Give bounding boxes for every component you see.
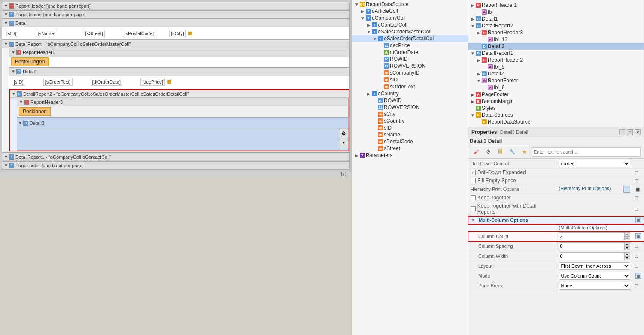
struct-lbl5[interactable]: ▶ A lbl_5 (468, 63, 644, 70)
h-scrollbar[interactable] (0, 330, 352, 335)
struct-lbl6[interactable]: ▶ A lbl_6 (468, 84, 644, 91)
prop-select-page-break[interactable]: None (559, 282, 630, 290)
prop-expand-hierarchy[interactable]: ... (623, 186, 630, 193)
column-spacing-input[interactable] (559, 242, 624, 250)
struct-d2[interactable]: ▶ D Detail2 (468, 70, 644, 77)
struct-datasources[interactable]: ▼ D Data Sources (468, 112, 644, 118)
prop-value-page-break[interactable]: None (556, 281, 633, 291)
page-footer-toggle[interactable]: ▼ P PageFooter [one band per page] (2, 162, 349, 169)
struct-rh1[interactable]: ▶ H ReportHeader1 (468, 2, 644, 9)
props-paint-btn[interactable]: 🖌 (471, 147, 481, 157)
props-close-btn[interactable]: ✕ (635, 129, 641, 135)
tree-node-sid1[interactable]: ▶ ab sID (352, 76, 468, 83)
detail3-toggle[interactable]: ▼ D Detail3 (17, 118, 348, 129)
tree-node-decprice[interactable]: ▶ 12 decPrice (352, 42, 468, 49)
checkbox-ktd[interactable] (471, 206, 476, 211)
tree-node-scompanyid[interactable]: ▶ ab sCompanyID (352, 69, 468, 76)
settings-btn[interactable]: ⚙ (339, 129, 348, 138)
struct-pf[interactable]: ▶ P PageFooter (468, 91, 644, 98)
props-star-btn[interactable]: ★ (519, 147, 529, 157)
tree-node-scountry[interactable]: ▶ ab sCountry (352, 118, 468, 124)
prop-value-column-count[interactable]: ▲ ▼ (556, 232, 633, 241)
prop-value-column-width[interactable]: ▲ ▼ (556, 251, 633, 261)
tree-node-oarticlecoll[interactable]: ▶ T oArticleColl (352, 8, 468, 15)
props-maximize-btn[interactable]: □ (627, 129, 633, 135)
tree-node-rowversion2[interactable]: ▶ 12 ROWVERSION (352, 104, 468, 111)
props-db-btn[interactable]: 🗄 (495, 147, 505, 157)
tree-node-ocontactcoll[interactable]: ▶ T oContactColl (352, 21, 468, 28)
struct-styles[interactable]: ▶ S Styles (468, 105, 644, 112)
prop-value-drilldown-control[interactable]: (none) (556, 159, 633, 169)
struct-reportdatasource[interactable]: ▶ R ReportDataSource (468, 118, 644, 125)
tree-node-ocountry[interactable]: ▶ T oCountry (352, 90, 468, 97)
tree-node-sstreet[interactable]: ▶ ab sStreet (352, 145, 468, 152)
struct-lbl[interactable]: ▶ A lbl_ (468, 9, 644, 15)
struct-d1[interactable]: ▶ D Detail1 (468, 15, 644, 22)
prop-select-drilldown[interactable]: (none) (559, 160, 630, 167)
column-count-input[interactable] (559, 232, 624, 240)
column-count-expand-btn[interactable]: ▦ (635, 233, 641, 239)
prop-btn-hierarchy[interactable]: ▦ (633, 185, 644, 194)
tree-node-osalesorderdetailcoll[interactable]: ▼ T oSalesOrderDetailColl (352, 35, 468, 42)
report-header1-toggle[interactable]: ▼ H ReportHeader1 (9, 48, 349, 56)
prop-value-hierarchy[interactable]: (Hierarchy Print Options) ... (556, 185, 633, 194)
tree-node-osalesordermastercoll[interactable]: ▼ T oSalesOrderMasterColl (352, 28, 468, 35)
tree-node-rowid2[interactable]: ▶ 10 ROWID (352, 97, 468, 104)
props-wrench-btn[interactable]: 🔧 (507, 147, 517, 157)
struct-dr2[interactable]: ▼ D DetailReport2 (468, 22, 644, 29)
tree-node-sordertext[interactable]: ▶ ab sOrderText (352, 83, 468, 90)
report-header3-toggle[interactable]: ▼ H ReportHeader3 (17, 98, 348, 106)
column-width-spin[interactable]: ▲ ▼ (559, 252, 630, 260)
struct-lbl13[interactable]: ▶ A lbl_13 (468, 36, 644, 43)
column-spacing-up[interactable]: ▲ (624, 242, 630, 246)
prop-select-layout[interactable]: First Down, then Across (559, 262, 630, 270)
mode-expand-btn[interactable]: ▦ (635, 273, 641, 279)
column-width-down[interactable]: ▼ (624, 256, 630, 260)
tree-node-sname[interactable]: ▶ ab sName (352, 131, 468, 138)
struct-rh2[interactable]: ▶ H ReportHeader2 (468, 57, 644, 63)
prop-select-mode[interactable]: Use Column Count (559, 272, 630, 280)
tree-node-rowversion1[interactable]: ▶ 12 ROWVERSION (352, 63, 468, 69)
column-spacing-spin[interactable]: ▲ ▼ (559, 242, 630, 250)
struct-rh3[interactable]: ▶ H ReportHeader3 (468, 29, 644, 36)
column-count-spin[interactable]: ▲ ▼ (559, 232, 630, 240)
checkbox-kt[interactable] (471, 195, 476, 200)
checkbox-de[interactable] (471, 170, 476, 175)
prop-value-column-spacing[interactable]: ▲ ▼ (556, 241, 633, 251)
column-width-up[interactable]: ▲ (624, 252, 630, 256)
detail-toggle[interactable]: ▼ D Detail (2, 19, 349, 27)
struct-bm[interactable]: ▶ B BottomMargin (468, 98, 644, 105)
props-gear-btn[interactable]: ⚙ (483, 147, 493, 157)
detail1-toggle[interactable]: ▼ D Detail1 (9, 68, 349, 75)
func-btn[interactable]: f (339, 139, 348, 148)
multicolumn-expand-btn[interactable]: ▦ (635, 217, 641, 223)
prop-value-layout[interactable]: First Down, then Across (556, 261, 633, 271)
checkbox-fe[interactable] (471, 178, 476, 183)
tree-node-reportdatasource[interactable]: ▼ DS ReportDataSource (352, 1, 468, 8)
tree-node-parameters[interactable]: ▶ 7 Parameters (352, 152, 468, 159)
tree-node-dtorderdate[interactable]: ▶ ab dtOrderDate (352, 49, 468, 56)
page-header-toggle[interactable]: ▼ P PageHeader [one band per page] (2, 11, 349, 18)
tree-node-rowid1[interactable]: ▶ 10 ROWID (352, 56, 468, 63)
prop-btn-multicolumn[interactable]: ▦ (633, 216, 644, 224)
struct-d3[interactable]: ▶ D Detail3 (468, 43, 644, 50)
prop-value-mode[interactable]: Use Column Count (556, 271, 633, 281)
column-width-input[interactable] (559, 252, 624, 260)
column-count-down[interactable]: ▼ (624, 236, 630, 240)
tree-node-spostalcode[interactable]: ▶ ab sPostalCode (352, 138, 468, 145)
props-minimize-btn[interactable]: _ (619, 129, 625, 135)
struct-dr1[interactable]: ▼ D DetailReport1 (468, 50, 644, 57)
prop-btn-mode[interactable]: ▦ (633, 271, 644, 281)
detail-report1-toggle[interactable]: ▼ D DetailReport1 - "oCompanyColl.oConta… (2, 153, 349, 161)
tree-node-sid2[interactable]: ▶ ab sID (352, 124, 468, 131)
prop-btn-column-count[interactable]: ▦ (633, 232, 644, 241)
column-count-up[interactable]: ▲ (624, 232, 630, 236)
struct-rf[interactable]: ▼ R ReportFooter (468, 77, 644, 84)
tree-node-scity[interactable]: ▶ ab sCity (352, 111, 468, 118)
props-search-input[interactable] (532, 147, 641, 157)
detail-report2-toggle[interactable]: ▼ D DetailReport2 - "oCompanyColl.oSales… (10, 90, 349, 98)
column-spacing-down[interactable]: ▼ (624, 246, 630, 250)
report-header-toggle[interactable]: ▼ H ReportHeader [one band per report] (2, 2, 349, 10)
prop-value-multicolumn[interactable]: (Multi-Column Options) (556, 224, 633, 232)
detail-report-toggle[interactable]: ▼ D DetailReport - "oCompanyColl.oSalesO… (2, 40, 349, 48)
